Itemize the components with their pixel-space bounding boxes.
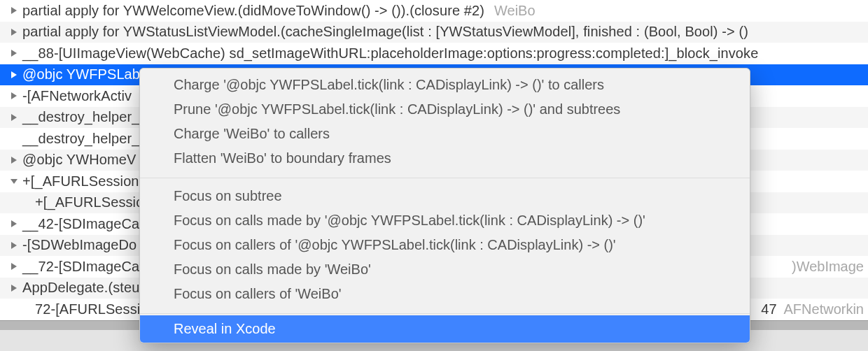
symbol-name-label: __88-[UIImageView(WebCache) sd_setImageW… xyxy=(22,45,758,62)
symbol-name-label: partial apply for YWStatusListViewModel.… xyxy=(22,24,748,40)
symbol-name-label: @objc YWHomeV xyxy=(22,152,136,168)
disclosure-triangle-icon[interactable] xyxy=(10,220,18,228)
disclosure-triangle-icon[interactable] xyxy=(10,6,18,15)
trailing-library-label: AFNetworkin xyxy=(784,301,864,317)
symbol-name-label: +[_AFURLSession xyxy=(35,194,152,210)
context-menu-item[interactable]: Flatten 'WeiBo' to boundary frames xyxy=(140,146,750,171)
context-menu-item[interactable]: Focus on callers of 'WeiBo' xyxy=(140,282,750,306)
context-menu-divider xyxy=(140,178,750,178)
symbol-name-label: @objc YWFPSLab xyxy=(22,66,140,83)
call-tree-row[interactable]: partial apply for YWStatusListViewModel.… xyxy=(0,22,868,43)
context-menu: Charge '@objc YWFPSLabel.tick(link : CAD… xyxy=(139,68,750,343)
symbol-name-label: partial apply for YWWelcomeView.(didMove… xyxy=(22,3,484,19)
context-menu-item[interactable]: Reveal in Xcode xyxy=(140,315,750,343)
context-menu-divider xyxy=(140,313,750,314)
context-menu-item[interactable]: Focus on callers of '@objc YWFPSLabel.ti… xyxy=(140,233,750,257)
symbol-name-label: 72-[AFURLSessio xyxy=(35,301,148,317)
disclosure-triangle-icon[interactable] xyxy=(10,156,18,164)
disclosure-triangle-icon[interactable] xyxy=(10,92,18,100)
disclosure-triangle-icon[interactable] xyxy=(10,113,18,122)
disclosure-triangle-icon[interactable] xyxy=(10,241,18,250)
context-menu-section: Charge '@objc YWFPSLabel.tick(link : CAD… xyxy=(140,69,750,176)
symbol-name-label: -[AFNetworkActiv xyxy=(22,88,132,104)
disclosure-triangle-icon[interactable] xyxy=(10,71,18,79)
trailing-info: 47AFNetworkin xyxy=(761,301,864,317)
symbol-name-label: __destroy_helper_ xyxy=(22,131,139,147)
call-tree-row[interactable]: partial apply for YWWelcomeView.(didMove… xyxy=(0,0,868,22)
binary-name-label: WeiBo xyxy=(494,3,536,19)
context-menu-item[interactable]: Charge '@objc YWFPSLabel.tick(link : CAD… xyxy=(140,73,750,97)
call-tree-row[interactable]: __88-[UIImageView(WebCache) sd_setImageW… xyxy=(0,43,868,64)
symbol-name-label: +[_AFURLSessionT xyxy=(22,173,148,189)
context-menu-section: Focus on subtreeFocus on calls made by '… xyxy=(140,180,750,312)
disclosure-triangle-icon[interactable] xyxy=(10,284,18,292)
context-menu-item[interactable]: Focus on calls made by 'WeiBo' xyxy=(140,257,750,282)
symbol-name-label: AppDelegate.(steu xyxy=(22,280,139,296)
disclosure-triangle-icon[interactable] xyxy=(10,177,18,185)
context-menu-item[interactable]: Prune '@objc YWFPSLabel.tick(link : CADi… xyxy=(140,97,750,122)
symbol-name-label: __72-[SDImageCa xyxy=(22,259,139,275)
trailing-library-label: )WebImage xyxy=(792,259,864,275)
trailing-info: )WebImage xyxy=(792,259,864,275)
symbol-name-label: -[SDWebImageDo xyxy=(22,237,136,253)
trailing-number: 47 xyxy=(761,301,776,317)
context-menu-section: Reveal in Xcode xyxy=(140,315,750,343)
symbol-name-label: __destroy_helper_ xyxy=(22,109,139,125)
disclosure-triangle-icon[interactable] xyxy=(10,262,18,271)
context-menu-item[interactable]: Focus on subtree xyxy=(140,184,750,208)
context-menu-item[interactable]: Focus on calls made by '@objc YWFPSLabel… xyxy=(140,208,750,233)
symbol-name-label: __42-[SDImageCac xyxy=(22,216,146,232)
disclosure-triangle-icon[interactable] xyxy=(10,49,18,57)
disclosure-triangle-icon[interactable] xyxy=(10,28,18,36)
context-menu-item[interactable]: Charge 'WeiBo' to callers xyxy=(140,122,750,146)
